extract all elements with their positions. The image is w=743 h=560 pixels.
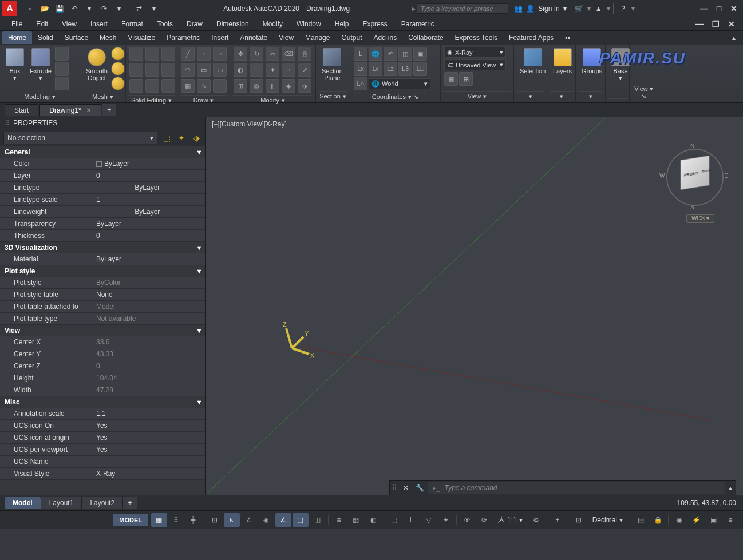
close-button[interactable]: ✕ [727,3,741,14]
prop-row[interactable]: Plot styleByColor [0,277,205,289]
named-view-dropdown[interactable]: 🏷 Unsaved View▾ [444,59,506,70]
erase-icon[interactable]: ⌫ [282,47,295,61]
gizmo-icon[interactable]: ✦ [438,513,454,527]
ribbon-tab-visualize[interactable]: Visualize [122,31,161,44]
doc-tab[interactable]: Drawing1*✕ [39,104,101,116]
prop-row[interactable]: UCS per viewportYes [0,444,205,456]
object-snap-icon[interactable]: ▢ [293,513,309,527]
extrude-button[interactable]: Extrude▾ [27,47,54,82]
presspull-icon[interactable] [55,62,69,76]
command-close-icon[interactable]: ✕ [400,484,412,492]
taper-icon[interactable] [145,79,159,93]
ucs-icon[interactable]: X Y Z [275,320,321,366]
osnap-tracking-icon[interactable]: ∠ [275,513,291,527]
viewport-config-icon[interactable]: ⊞ [459,72,473,86]
layout-tab-model[interactable]: Model [5,497,41,509]
signin-button[interactable]: Sign In [538,5,559,13]
isolate-objects-icon[interactable]: ◉ [671,513,687,527]
app-icon[interactable]: A [2,1,17,16]
dynamic-ucs-icon[interactable]: L [404,513,420,527]
trim-icon[interactable]: ✂ [266,47,279,61]
menu-view[interactable]: View [55,19,84,29]
rotate-icon[interactable]: ↻ [250,47,263,61]
dropdown-icon[interactable]: ▾ [587,5,591,13]
slice-icon[interactable] [129,63,143,77]
save-icon[interactable]: 💾 [53,2,66,15]
offset-icon[interactable]: ◎ [250,79,263,93]
menu-file[interactable]: File [5,19,29,29]
menu-dimension[interactable]: Dimension [210,19,256,29]
prop-row[interactable]: UCS icon at originYes [0,432,205,444]
redo-icon[interactable]: ↷ [97,2,111,15]
circle-icon[interactable]: ○ [213,47,227,61]
prop-row[interactable]: Lineweight ByLayer [0,206,205,218]
point-icon[interactable]: · [213,79,227,93]
doc-restore-button[interactable]: ❐ [709,18,722,30]
ribbon-tab-view[interactable]: View [273,31,299,44]
prop-row[interactable]: ColorByLayer [0,158,205,170]
customization-icon[interactable]: ≡ [722,513,738,527]
menu-express[interactable]: Express [355,19,394,29]
menu-edit[interactable]: Edit [29,19,55,29]
intersect-icon[interactable] [161,47,175,61]
fillet-icon[interactable]: ⌒ [250,63,263,77]
ribbon-tab-home[interactable]: Home [2,31,32,44]
box-button[interactable]: Box▾ [3,47,26,82]
ribbon-tab-output[interactable]: Output [335,31,367,44]
mesh-icon[interactable] [111,47,125,61]
ribbon-tab-mesh[interactable]: Mesh [94,31,122,44]
ucs-icon[interactable]: L [354,47,367,61]
shell-icon[interactable] [161,79,175,93]
ribbon-extra-icon[interactable]: ▪▪ [559,31,576,44]
units-dropdown[interactable]: Decimal ▾ [588,515,627,525]
prop-row[interactable]: MaterialByLayer [0,253,205,265]
properties-selection-dropdown[interactable]: No selection▾ [3,132,157,144]
thicken-icon[interactable] [145,63,159,77]
prop-group-header[interactable]: Misc▾ [0,396,205,408]
prop-row[interactable]: Height104.04 [0,372,205,384]
prop-row[interactable]: Layer0 [0,170,205,182]
lineweight-display-icon[interactable]: ≡ [331,513,347,527]
clean-screen-icon[interactable]: ▣ [705,513,721,527]
3d-object-snap-icon[interactable]: ⬚ [386,513,402,527]
subtract-icon[interactable] [145,47,159,61]
minimize-button[interactable]: — [697,3,711,14]
fillet-edge-icon[interactable] [129,79,143,93]
doc-minimize-button[interactable]: — [693,18,706,30]
prop-row[interactable]: Thickness0 [0,230,205,242]
undo-icon[interactable]: ↶ [68,2,81,15]
view-manager-icon[interactable]: ▦ [444,72,458,86]
user-icon[interactable]: 👤 [526,5,535,13]
prop-row[interactable]: TransparencyByLayer [0,218,205,230]
dropdown-icon[interactable]: ▾ [563,5,567,13]
ribbon-tab-annotate[interactable]: Annotate [234,31,273,44]
prop-row[interactable]: Center Z0 [0,360,205,372]
prop-row[interactable]: Linetype scale1 [0,194,205,206]
layout-tab-layout2[interactable]: Layout2 [82,497,123,509]
prop-group-header[interactable]: 3D Visualization▾ [0,242,205,253]
maximize-button[interactable]: □ [712,3,726,14]
snap-mode-icon[interactable]: ⠿ [168,513,184,527]
grid-display-icon[interactable]: ▦ [151,513,167,527]
ucs-prev-icon[interactable]: ↶ [384,47,397,61]
dropdown-icon[interactable]: ▾ [631,5,635,13]
mesh-icon[interactable] [111,77,125,90]
isometric-icon[interactable]: ◈ [258,513,274,527]
visual-style-dropdown[interactable]: ◉ X-Ray▾ [444,47,506,58]
mesh-icon[interactable] [111,62,125,76]
annotation-visibility-icon[interactable]: 👁 [459,513,475,527]
workspace-switching-icon[interactable]: ⚙ [528,513,544,527]
command-customize-icon[interactable]: 🔧 [412,484,428,492]
menu-window[interactable]: Window [290,19,328,29]
transparency-icon[interactable]: ▨ [348,513,364,527]
union-icon[interactable] [129,47,143,61]
prop-row[interactable]: Plot table attached toModel [0,301,205,313]
polysolid-icon[interactable] [55,47,69,61]
copy-icon[interactable]: ⎘ [298,47,311,61]
annotation-monitor-icon[interactable]: + [550,513,566,527]
ribbon-collapse-button[interactable]: ▴ [727,31,741,45]
ucs-face-icon[interactable]: ◫ [398,47,412,61]
3dalign-icon[interactable]: ◈ [282,79,295,93]
doc-close-button[interactable]: ✕ [725,18,738,30]
scale-icon[interactable]: ⤢ [298,63,311,77]
